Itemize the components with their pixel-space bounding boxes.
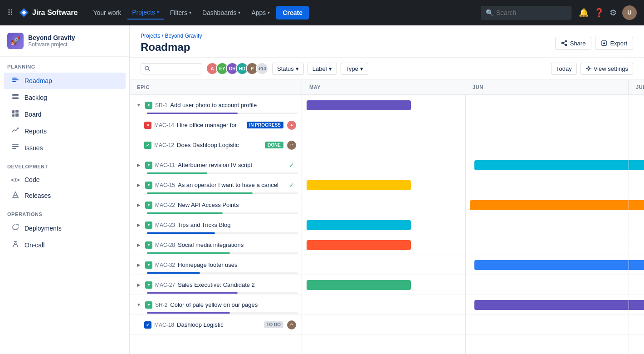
view-settings-label: View settings [594,65,628,72]
search-icon: 🔍 [486,9,493,16]
sr2-progress [147,312,298,314]
bar-sr1[interactable] [307,100,411,110]
type-filter-button[interactable]: Type ▾ [341,63,368,75]
mac28-progress [147,252,298,254]
breadcrumb-beyond-gravity[interactable]: Beyond Gravity [165,33,202,39]
svg-rect-3 [12,94,19,95]
label-filter-button[interactable]: Label ▾ [307,63,337,75]
search-input[interactable] [496,9,560,16]
sidebar-item-reports[interactable]: Reports [4,123,126,139]
svg-line-20 [563,44,565,45]
more-avatars-badge[interactable]: +14 [256,62,268,75]
epic-row-sr1[interactable]: ▼ ✦ SR-1 Add user photo to account profi… [130,95,302,115]
timeline-row-mac11 [302,155,644,175]
nav-your-work[interactable]: Your work [88,6,126,19]
roadmap-icon [11,76,20,85]
status-filter-button[interactable]: Status ▾ [272,63,304,75]
expand-mac28[interactable]: ▶ [135,241,142,249]
sidebar-item-oncall[interactable]: On-call [4,237,126,253]
mac28-name: Social media integrations [178,241,296,248]
sr2-type-icon: ✦ [145,301,152,309]
epic-row-mac15[interactable]: ▶ ✦ MAC-15 As an operator I want to have… [130,175,302,195]
expand-mac22[interactable]: ▶ [135,202,142,209]
epic-row-mac12[interactable]: ✔ MAC-12 Does Dashloop Logistic DONE P [130,135,302,155]
help-icon[interactable]: ❓ [594,8,604,18]
sidebar: 🚀 Beyond Gravity Software project PLANNI… [0,25,130,354]
expand-mac23[interactable]: ▶ [135,221,142,229]
nav-projects[interactable]: Projects ▾ [127,6,164,20]
sidebar-item-code[interactable]: </> Code [4,172,126,187]
sidebar-item-releases[interactable]: Releases [4,187,126,204]
main-content: Projects / Beyond Gravity Roadmap Share … [130,25,644,354]
sr1-id: SR-1 [155,102,167,108]
search-box[interactable]: 🔍 [481,6,571,20]
month-may: MAY [302,80,465,94]
epic-row-mac22[interactable]: ▶ ✦ MAC-22 New API Access Points [130,195,302,215]
svg-rect-8 [15,110,19,113]
mac32-id: MAC-32 [155,262,175,268]
expand-mac11[interactable]: ▶ [135,162,142,169]
top-navigation: ⠿ Jira Software Your work Projects ▾ Fil… [0,0,644,25]
expand-mac32[interactable]: ▶ [135,261,142,269]
filter-text-input[interactable] [153,65,198,72]
nav-apps[interactable]: Apps ▾ [247,6,274,19]
page-actions: Share Export [555,37,633,50]
epic-row-mac28[interactable]: ▶ ✦ MAC-28 Social media integrations [130,235,302,255]
sidebar-item-backlog[interactable]: Backlog [4,89,126,106]
mac15-done-icon: ✓ [289,182,294,189]
filter-search-box[interactable] [141,63,202,74]
sidebar-item-roadmap[interactable]: Roadmap [4,73,126,89]
bar-mac15[interactable] [307,180,411,190]
mac23-type-icon: ✦ [145,221,152,229]
epic-row-mac27[interactable]: ▶ ✦ MAC-27 Sales Executive: Candidate 2 [130,275,302,295]
bar-mac11[interactable] [474,160,644,170]
user-avatar[interactable]: U [622,5,637,20]
mac22-name: New API Access Points [178,202,296,208]
bar-sr2[interactable] [474,300,644,310]
app-grid-icon[interactable]: ⠿ [7,8,13,18]
expand-sr2[interactable]: ▼ [135,301,142,309]
filter-search-icon [145,66,150,71]
sidebar-item-board[interactable]: Board [4,106,126,123]
page-title-row: Projects / Beyond Gravity Roadmap Share … [141,33,633,54]
bar-mac28[interactable] [307,240,411,250]
share-button[interactable]: Share [555,37,592,50]
jun-jul-divider [629,95,629,354]
reports-icon [11,127,20,136]
expand-sr1[interactable]: ▼ [135,102,142,109]
epic-row-mac18[interactable]: ✔ MAC-18 Dashloop Logistic TO DO P [130,315,302,335]
today-button[interactable]: Today [551,63,577,75]
expand-mac15[interactable]: ▶ [135,182,142,189]
bar-mac27[interactable] [307,280,411,290]
settings-icon[interactable]: ⚙ [610,8,617,18]
mac32-name: Homepage footer uses [178,261,296,268]
notifications-icon[interactable]: 🔔 [579,8,589,18]
epic-row-mac32[interactable]: ▶ ✦ MAC-32 Homepage footer uses [130,255,302,275]
create-button[interactable]: Create [276,6,309,20]
sidebar-item-issues[interactable]: Issues [4,140,126,156]
jira-logo[interactable]: Jira Software [19,7,78,18]
bar-mac32[interactable] [474,260,644,270]
sidebar-item-deployments[interactable]: Deployments [4,220,126,236]
export-button[interactable]: Export [595,37,633,50]
svg-rect-0 [12,78,17,79]
view-settings-button[interactable]: View settings [581,63,633,75]
nav-filters[interactable]: Filters ▾ [166,6,196,19]
epic-row-mac11[interactable]: ▶ ✦ MAC-11 Afterburner revision IV scrip… [130,155,302,175]
development-section-label: DEVELOPMENT [0,157,129,172]
bar-mac23[interactable] [307,220,411,230]
deployments-icon [11,224,20,233]
nav-links: Your work Projects ▾ Filters ▾ Dashboard… [88,6,477,20]
mac12-avatar: P [287,141,296,150]
epic-row-sr2[interactable]: ▼ ✦ SR-2 Color of pale yellow on our pag… [130,295,302,315]
nav-dashboards[interactable]: Dashboards ▾ [198,6,245,19]
mac11-name: Afterburner revision IV script [178,162,289,168]
breadcrumb-projects[interactable]: Projects [141,33,160,39]
epic-row-mac23[interactable]: ▶ ✦ MAC-23 Tips and Tricks Blog [130,215,302,235]
epic-row-mac14[interactable]: ✕ MAC-14 Hire office manager for IN PROG… [130,115,302,135]
mac11-progress [147,172,298,174]
bar-mac22[interactable] [470,200,644,210]
filters-bar: A EY GH HD P +14 Status ▾ Label ▾ Type ▾… [130,58,644,80]
expand-mac27[interactable]: ▶ [135,281,142,289]
mac11-id: MAC-11 [155,162,175,168]
